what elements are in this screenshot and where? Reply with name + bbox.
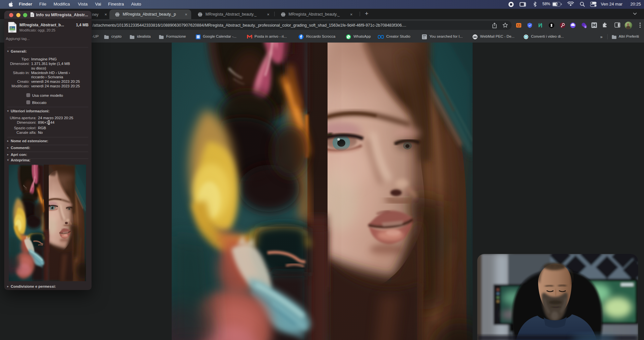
svg-text:5: 5 [585,26,586,28]
svg-text:31: 31 [197,35,199,38]
